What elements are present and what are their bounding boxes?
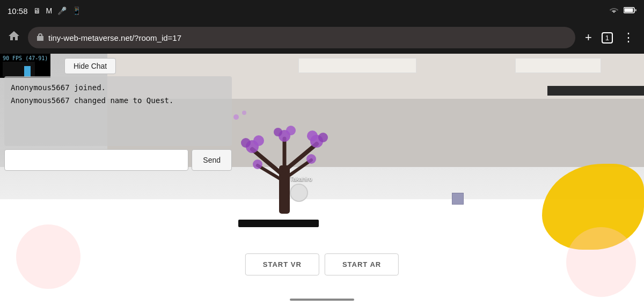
chat-input-row: Send xyxy=(4,149,232,171)
svg-point-13 xyxy=(318,133,328,142)
svg-point-18 xyxy=(274,128,282,136)
add-tab-button[interactable]: + xyxy=(581,28,596,47)
svg-point-21 xyxy=(242,111,246,115)
svg-rect-1 xyxy=(625,8,633,12)
svg-point-10 xyxy=(241,138,251,148)
hide-chat-button[interactable]: Hide Chat xyxy=(64,58,116,74)
main-viewport: Takahiro START VR START AR 90 FPS (47-91… xyxy=(0,54,644,305)
chat-messages-area: Anonymous5667 joined. Anonymous5667 chan… xyxy=(4,76,232,146)
room-shelf xyxy=(547,86,644,96)
svg-point-19 xyxy=(286,126,296,135)
battery-icon xyxy=(624,6,636,16)
time-display: 10:58 xyxy=(8,6,28,16)
menu-button[interactable]: ⋮ xyxy=(618,28,639,47)
tree xyxy=(225,106,343,224)
phone-icon: 📱 xyxy=(72,6,81,15)
url-text: tiny-web-metaverse.net/?room_id=17 xyxy=(48,33,181,42)
svg-rect-2 xyxy=(635,9,636,11)
wifi-icon xyxy=(609,6,619,16)
small-cube xyxy=(452,193,464,205)
svg-point-14 xyxy=(307,130,318,141)
tree-platform xyxy=(238,220,319,227)
home-button[interactable] xyxy=(5,27,23,48)
mic-icon: 🎤 xyxy=(57,6,67,15)
chat-overlay: Hide Chat Anonymous5667 joined. Anonymou… xyxy=(0,54,236,175)
ceiling-light-1 xyxy=(298,58,416,73)
gmail-icon: M xyxy=(46,6,53,15)
sim-icon: 🖥 xyxy=(33,6,41,15)
vr-ar-buttons-container: START VR START AR xyxy=(245,253,399,275)
tab-count-button[interactable]: 1 xyxy=(602,32,613,43)
status-bar: 10:58 🖥 M 🎤 📱 xyxy=(0,0,644,21)
character-name-label: Takahiro xyxy=(290,176,312,182)
send-button[interactable]: Send xyxy=(192,149,232,171)
svg-point-11 xyxy=(253,135,264,146)
start-vr-button[interactable]: START VR xyxy=(245,253,319,275)
chat-input-field[interactable] xyxy=(4,149,188,171)
chat-message-2: Anonymous5667 changed name to Quest. xyxy=(11,95,225,107)
address-bar[interactable]: tiny-web-metaverse.net/?room_id=17 xyxy=(28,27,575,48)
security-icon xyxy=(36,33,44,43)
character-avatar xyxy=(290,184,308,202)
home-indicator xyxy=(290,299,354,301)
touch-circle-right[interactable] xyxy=(566,227,636,297)
svg-point-16 xyxy=(306,154,316,164)
start-ar-button[interactable]: START AR xyxy=(325,253,399,275)
ceiling-light-2 xyxy=(515,58,601,73)
browser-chrome: tiny-web-metaverse.net/?room_id=17 + 1 ⋮ xyxy=(0,21,644,54)
svg-point-15 xyxy=(253,159,262,169)
chat-message-1: Anonymous5667 joined. xyxy=(11,82,225,95)
touch-circle-left[interactable] xyxy=(16,224,80,289)
